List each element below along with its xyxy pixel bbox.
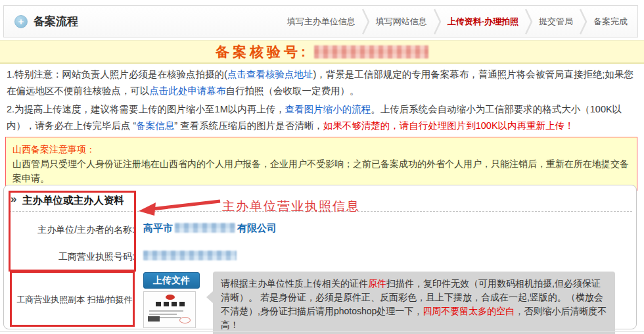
notice-text: 1.特别注意：网站负责人照片必须是在核验点拍摄的(点击查看核验点地址)，背景是工… bbox=[7, 66, 637, 136]
section-marker-icon: » bbox=[11, 193, 16, 206]
organizer-name-suffix: 有限公司 bbox=[237, 222, 277, 233]
page-header: + 备案流程 填写主办单位信息 填写网站信息 上传资料-办理拍照 提交管局 备案… bbox=[3, 5, 638, 37]
license-text-line bbox=[149, 314, 177, 315]
step-fill-website-info[interactable]: 填写网站信息 bbox=[370, 16, 433, 28]
notice-2-warning-text: 如果不够清楚的，请自行处理图片到100K以内再重新上传！ bbox=[323, 120, 574, 131]
icp-filing-page: + 备案流程 填写主办单位信息 填写网站信息 上传资料-办理拍照 提交管局 备案… bbox=[0, 0, 644, 334]
link-image-shrink-guide[interactable]: 查看图片缩小的流程 bbox=[285, 104, 371, 114]
shanxi-warning-box: 山西备案注意事项： 山西管局只受理个人身份证注册地在山西省内的个人用户报备，企业… bbox=[5, 137, 637, 191]
step-fill-organizer-info[interactable]: 填写主办单位信息 bbox=[281, 16, 361, 28]
section-title: 主办单位或主办人资料 bbox=[22, 194, 124, 208]
link-filing-info[interactable]: 备案信息 bbox=[136, 120, 174, 131]
step-upload-materials-photo[interactable]: 上传资料-办理拍照 bbox=[442, 16, 524, 28]
masked-verification-number bbox=[314, 45, 428, 59]
notice-paragraph-2: 2.为提高上传速度，建议将需要上传的图片缩小至1M以内再上传，查看图片缩小的流程… bbox=[7, 101, 637, 134]
business-license-number-value bbox=[143, 250, 239, 261]
organizer-name-value: 高平市有限公司 bbox=[143, 222, 277, 235]
license-thumbnail[interactable] bbox=[143, 291, 196, 328]
masked-license-number bbox=[143, 251, 237, 260]
warning-box-body: 山西管局只受理个人身份证注册地在山西省内的个人用户报备，企业用户不受影响；之前已… bbox=[12, 158, 629, 183]
license-stamp-icon bbox=[179, 317, 191, 323]
bubble-arrow-left-icon bbox=[206, 291, 213, 303]
bottom-divider bbox=[0, 331, 644, 332]
license-text-line bbox=[149, 310, 183, 312]
business-license-number-label: 工商营业执照号码: bbox=[0, 251, 135, 263]
link-view-verification-points[interactable]: 点击查看核验点地址 bbox=[227, 69, 313, 80]
tip-text: 请根据主办单位性质上传相关的证件 bbox=[221, 278, 368, 289]
license-title-glyphs bbox=[156, 302, 185, 306]
progress-steps: 填写主办单位信息 填写网站信息 上传资料-办理拍照 提交管局 备案完成 bbox=[281, 6, 637, 37]
notice-2-text: 2.为提高上传速度，建议将需要上传的图片缩小至1M以内再上传， bbox=[7, 104, 285, 114]
step-submit-authority[interactable]: 提交管局 bbox=[533, 16, 579, 28]
organizer-name-prefix: 高平市 bbox=[143, 222, 173, 233]
license-seal-icon bbox=[166, 295, 175, 300]
notice-paragraph-1: 1.特别注意：网站负责人照片必须是在核验点拍摄的(点击查看核验点地址)，背景是工… bbox=[7, 66, 637, 99]
chevron-separator-icon bbox=[361, 7, 370, 36]
chevron-separator-icon bbox=[579, 7, 587, 36]
link-apply-backdrop[interactable]: 点击此处申请幕布 bbox=[150, 85, 226, 96]
notice-2-text: ” 查看系统压缩后的图片是否清晰， bbox=[174, 120, 323, 131]
notice-1-text: 自行拍照（会收取一定费用）。 bbox=[226, 85, 359, 96]
upload-tip-bubble: 请根据主办单位性质上传相关的证件原件扫描件，复印件无效（可用数码相机拍摄,但必须… bbox=[213, 272, 615, 334]
plus-circle-icon: + bbox=[14, 15, 28, 28]
page-title: 备案流程 bbox=[34, 14, 78, 29]
chevron-separator-icon bbox=[524, 7, 533, 36]
warning-box-title: 山西备案注意事项： bbox=[12, 144, 95, 155]
masked-company-name bbox=[175, 223, 235, 233]
organizer-name-label: 主办单位/主办者的名称: bbox=[0, 224, 135, 236]
annotation-label: 主办单位营业执照信息 bbox=[222, 198, 360, 215]
verification-number-banner: 备案核验号: bbox=[0, 40, 644, 64]
upload-file-button[interactable]: 上传文件 bbox=[143, 272, 200, 289]
tip-highlight-margin: 四周不要留太多的空白 bbox=[423, 306, 515, 316]
verification-number-label: 备案核验号: bbox=[216, 43, 309, 61]
license-copy-label: 工商营业执照副本 扫描/拍摄件: bbox=[0, 294, 135, 306]
tip-highlight-original: 原件 bbox=[368, 278, 386, 289]
license-photo-block bbox=[148, 316, 160, 322]
step-filing-complete[interactable]: 备案完成 bbox=[587, 16, 633, 28]
notice-1-text: 1.特别注意：网站负责人照片必须是在核验点拍摄的( bbox=[7, 69, 227, 80]
chevron-separator-icon bbox=[433, 7, 442, 36]
